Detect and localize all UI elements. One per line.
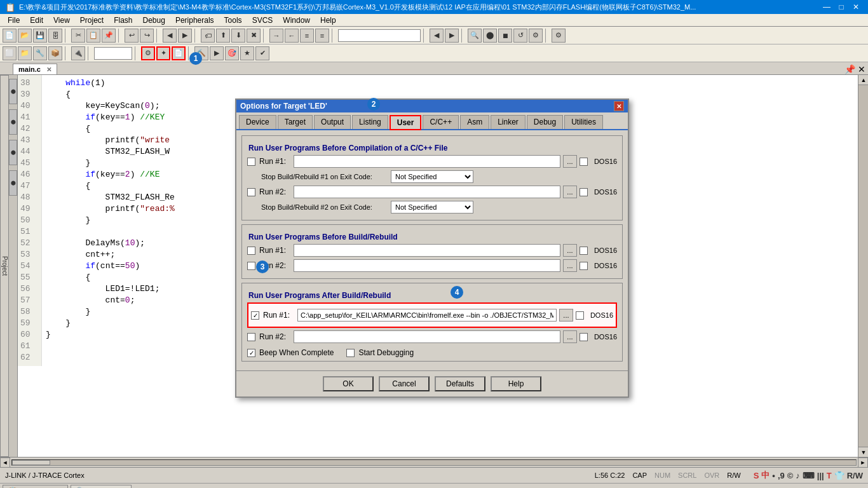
tab-linker[interactable]: Linker	[491, 115, 526, 129]
run1-label-s2: Run #1:	[259, 246, 291, 255]
dos16-label2-s3: DOS16	[594, 333, 617, 341]
section1-label: Run User Programs Before Compilation of …	[247, 144, 617, 152]
stop1-select-s1[interactable]: Not Specified 0 Non-Zero	[391, 170, 473, 183]
run2-row-s1: Run #2: ... DOS16	[247, 186, 617, 198]
dialog-footer: OK Cancel Defaults Help	[236, 370, 628, 396]
help-button[interactable]: Help	[491, 376, 541, 391]
section2-label: Run User Programs Before Build/Rebuild	[247, 233, 617, 241]
run1-checkbox-s3[interactable]	[251, 311, 259, 320]
dos16-check-s3[interactable]	[576, 311, 584, 320]
options-dialog: Options for Target 'LED' ✕ Device Target…	[235, 98, 629, 398]
section-before-compile: Run User Programs Before Compilation of …	[241, 135, 623, 220]
dos16-label-s3: DOS16	[590, 311, 613, 319]
tab-device[interactable]: Device	[239, 115, 276, 129]
highlighted-after-run1: Run #1: ... DOS16	[247, 302, 617, 328]
tab-asm[interactable]: Asm	[460, 115, 489, 129]
run1-input-s2[interactable]	[294, 244, 560, 257]
dos16-label2-s1: DOS16	[594, 188, 617, 196]
dos16-check-s1[interactable]	[580, 158, 588, 166]
section-after-build: Run User Programs After Build/Rebuild Ru…	[241, 283, 623, 362]
beep-label: Beep When Complete	[259, 348, 334, 357]
run2-input-s3[interactable]	[294, 330, 560, 343]
run1-checkbox-s2[interactable]	[247, 247, 255, 255]
dos16-label2-s2: DOS16	[594, 262, 617, 269]
run2-label-s3: Run #2:	[259, 332, 291, 341]
dos16-check2-s1[interactable]	[580, 188, 588, 196]
run2-checkbox-s2[interactable]	[247, 262, 255, 270]
tab-debug[interactable]: Debug	[527, 115, 563, 129]
run1-browse-s1[interactable]: ...	[563, 155, 577, 168]
run2-browse-s3[interactable]: ...	[563, 330, 577, 343]
footer-options: Beep When Complete Start Debugging	[247, 348, 617, 357]
stop2-label-s1: Stop Build/Rebuild #2 on Exit Code:	[261, 203, 388, 211]
run1-browse-s3[interactable]: ...	[559, 309, 573, 322]
dialog-tabs: Device Target Output Listing User C/C++ …	[236, 112, 628, 130]
tab-target[interactable]: Target	[278, 115, 313, 129]
ok-button[interactable]: OK	[323, 376, 374, 391]
cancel-button[interactable]: Cancel	[379, 376, 430, 391]
run1-input-s1[interactable]	[294, 155, 560, 168]
start-debug-label: Start Debugging	[358, 348, 414, 357]
stop1-row-s1: Stop Build/Rebuild #1 on Exit Code: Not …	[261, 170, 617, 183]
dialog-close-button[interactable]: ✕	[614, 101, 624, 111]
run2-label-s1: Run #2:	[259, 187, 291, 196]
tab-utilities[interactable]: Utilities	[564, 115, 603, 129]
section3-label: Run User Programs After Build/Rebuild	[247, 291, 617, 300]
run2-checkbox-s3[interactable]	[247, 333, 255, 341]
tab-output[interactable]: Output	[314, 115, 351, 129]
tab-cpp[interactable]: C/C++	[423, 115, 459, 129]
run1-row-s1: Run #1: ... DOS16	[247, 155, 617, 168]
run2-input-s2[interactable]	[294, 259, 560, 272]
circle-1: 1	[189, 52, 202, 65]
run2-checkbox-s1[interactable]	[247, 188, 255, 196]
dos16-check2-s2[interactable]	[580, 262, 588, 270]
run2-input-s1[interactable]	[294, 186, 560, 198]
run1-label-s3: Run #1:	[263, 311, 295, 320]
dos16-label-s2: DOS16	[594, 247, 617, 254]
circle-2: 2	[367, 98, 380, 111]
defaults-button[interactable]: Defaults	[435, 376, 485, 391]
dialog-content: Run User Programs Before Compilation of …	[236, 130, 628, 370]
dialog-titlebar: Options for Target 'LED' ✕	[236, 100, 628, 112]
run1-row-s2: Run #1: ... DOS16	[247, 244, 617, 257]
stop2-row-s1: Stop Build/Rebuild #2 on Exit Code: Not …	[261, 201, 617, 214]
circle-4: 4	[451, 286, 463, 299]
start-debug-checkbox[interactable]	[346, 349, 355, 357]
run2-browse-s1[interactable]: ...	[563, 186, 577, 198]
run1-checkbox-s1[interactable]	[247, 158, 255, 166]
dialog-title: Options for Target 'LED'	[240, 102, 614, 111]
tab-listing[interactable]: Listing	[352, 115, 388, 129]
stop2-select-s1[interactable]: Not Specified 0 Non-Zero	[391, 201, 473, 214]
run2-row-s2: Run #2: ... DOS16	[247, 259, 617, 272]
dialog-overlay: Options for Target 'LED' ✕ Device Target…	[0, 0, 868, 488]
dos16-check-s2[interactable]	[580, 247, 588, 255]
beep-checkbox[interactable]	[247, 349, 255, 357]
run1-input-s3[interactable]	[297, 309, 557, 322]
run2-row-s3: Run #2: ... DOS16	[247, 330, 617, 343]
run1-browse-s2[interactable]: ...	[563, 244, 577, 257]
tab-user[interactable]: User	[390, 115, 422, 130]
dos16-label-s1: DOS16	[594, 158, 617, 165]
run2-browse-s2[interactable]: ...	[563, 259, 577, 272]
stop1-label-s1: Stop Build/Rebuild #1 on Exit Code:	[261, 173, 388, 180]
section-before-build: Run User Programs Before Build/Rebuild R…	[241, 224, 623, 279]
circle-3: 3	[256, 261, 269, 273]
run1-label-s1: Run #1:	[259, 157, 291, 166]
run1-row-s3: Run #1: ... DOS16	[251, 309, 613, 322]
dos16-check2-s3[interactable]	[580, 333, 588, 341]
